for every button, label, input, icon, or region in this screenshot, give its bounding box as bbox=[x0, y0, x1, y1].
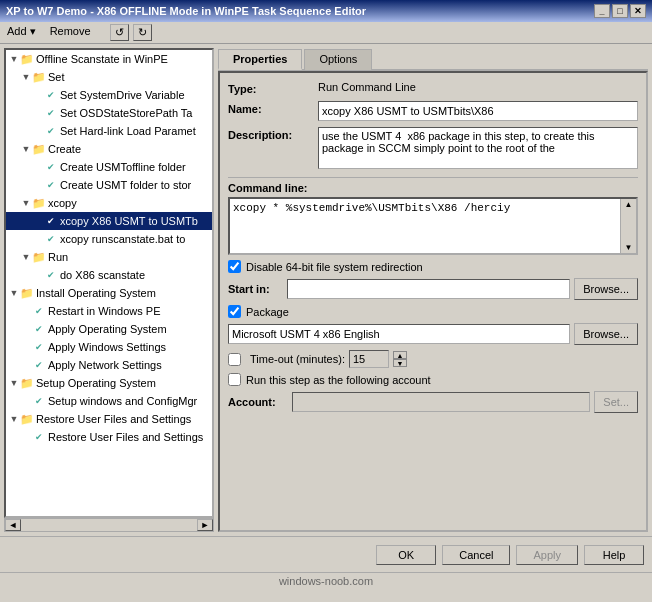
tree-item-xcopy[interactable]: ▼ 📁 xcopy bbox=[6, 194, 212, 212]
tree-item-create-usmt-folder[interactable]: ✔ Create USMT folder to stor bbox=[6, 176, 212, 194]
cancel-button[interactable]: Cancel bbox=[442, 545, 510, 565]
package-checkbox-row: Package bbox=[228, 305, 638, 318]
scroll-down-btn[interactable]: ▼ bbox=[625, 243, 633, 252]
tree-item-set[interactable]: ▼ 📁 Set bbox=[6, 68, 212, 86]
tree-item-xcopy-x86[interactable]: ✔ xcopy X86 USMT to USMTb bbox=[6, 212, 212, 230]
tree-hscroll[interactable]: ◄ ► bbox=[4, 518, 214, 532]
tree-item-restart-winpe[interactable]: ✔ Restart in Windows PE bbox=[6, 302, 212, 320]
tree-item-set-systemdrive[interactable]: ✔ Set SystemDrive Variable bbox=[6, 86, 212, 104]
browse-start-button[interactable]: Browse... bbox=[574, 278, 638, 300]
folder-icon: 📁 bbox=[32, 250, 46, 264]
tree-item-set-hardlink[interactable]: ✔ Set Hard-link Load Paramet bbox=[6, 122, 212, 140]
timeout-checkbox[interactable] bbox=[228, 353, 241, 366]
description-label: Description: bbox=[228, 127, 318, 141]
tab-options[interactable]: Options bbox=[304, 49, 372, 70]
description-input[interactable]: use the USMT 4 x86 package in this step,… bbox=[318, 127, 638, 169]
tree-item-apply-network[interactable]: ✔ Apply Network Settings bbox=[6, 356, 212, 374]
main-layout: ▼ 📁 Offline Scanstate in WinPE ▼ 📁 Set ✔… bbox=[0, 44, 652, 536]
expand-icon: ▼ bbox=[8, 375, 20, 391]
tree-item-create-usmt[interactable]: ✔ Create USMToffline folder bbox=[6, 158, 212, 176]
tree-item-create[interactable]: ▼ 📁 Create bbox=[6, 140, 212, 158]
timeout-spinner: ▲ ▼ bbox=[393, 351, 407, 367]
timeout-down-btn[interactable]: ▼ bbox=[393, 359, 407, 367]
tree-item-do-scanstate[interactable]: ✔ do X86 scanstate bbox=[6, 266, 212, 284]
step-icon: ✔ bbox=[44, 214, 58, 228]
package-label: Package bbox=[246, 306, 289, 318]
menu-bar: Add ▾ Remove ↺ ↻ bbox=[0, 22, 652, 44]
right-panel: Properties Options Type: Run Command Lin… bbox=[218, 48, 648, 532]
start-in-label: Start in: bbox=[228, 283, 283, 295]
scroll-left-btn[interactable]: ◄ bbox=[5, 519, 21, 531]
step-icon: ✔ bbox=[32, 358, 46, 372]
browse-package-button[interactable]: Browse... bbox=[574, 323, 638, 345]
expand-icon: ▼ bbox=[20, 249, 32, 265]
package-input[interactable] bbox=[228, 324, 570, 344]
bottom-bar: OK Cancel Apply Help bbox=[0, 536, 652, 572]
step-icon: ✔ bbox=[44, 106, 58, 120]
minimize-button[interactable]: _ bbox=[594, 4, 610, 18]
type-label: Type: bbox=[228, 81, 318, 95]
start-in-row: Start in: Browse... bbox=[228, 278, 638, 300]
expand-icon: ▼ bbox=[20, 195, 32, 211]
scroll-up-btn[interactable]: ▲ bbox=[625, 200, 633, 209]
step-icon: ✔ bbox=[44, 178, 58, 192]
step-icon: ✔ bbox=[44, 232, 58, 246]
name-input[interactable] bbox=[318, 101, 638, 121]
maximize-button[interactable]: □ bbox=[612, 4, 628, 18]
window-title: XP to W7 Demo - X86 OFFLINE Mode in WinP… bbox=[6, 5, 366, 17]
close-button[interactable]: ✕ bbox=[630, 4, 646, 18]
command-line-section: Command line: bbox=[228, 182, 638, 194]
step-icon: ✔ bbox=[32, 322, 46, 336]
step-icon: ✔ bbox=[32, 430, 46, 444]
tree-item-install-os[interactable]: ▼ 📁 Install Operating System bbox=[6, 284, 212, 302]
timeout-row: Time-out (minutes): ▲ ▼ bbox=[228, 350, 638, 368]
tab-properties[interactable]: Properties bbox=[218, 49, 302, 70]
menu-remove[interactable]: Remove bbox=[47, 24, 94, 41]
tree-item-restore-step[interactable]: ✔ Restore User Files and Settings bbox=[6, 428, 212, 446]
tree-item-run[interactable]: ▼ 📁 Run bbox=[6, 248, 212, 266]
disable-64bit-checkbox[interactable] bbox=[228, 260, 241, 273]
folder-icon: 📁 bbox=[20, 376, 34, 390]
name-label: Name: bbox=[228, 101, 318, 115]
set-account-button[interactable]: Set... bbox=[594, 391, 638, 413]
folder-icon: 📁 bbox=[32, 196, 46, 210]
timeout-input[interactable] bbox=[349, 350, 389, 368]
start-in-input[interactable] bbox=[287, 279, 570, 299]
tree-panel: ▼ 📁 Offline Scanstate in WinPE ▼ 📁 Set ✔… bbox=[4, 48, 214, 518]
tree-item-set-osdstate[interactable]: ✔ Set OSDStateStorePath Ta bbox=[6, 104, 212, 122]
tree-item-setup-os[interactable]: ▼ 📁 Setup Operating System bbox=[6, 374, 212, 392]
ok-button[interactable]: OK bbox=[376, 545, 436, 565]
step-icon: ✔ bbox=[44, 88, 58, 102]
tree-item-apply-windows[interactable]: ✔ Apply Windows Settings bbox=[6, 338, 212, 356]
command-input[interactable]: xcopy * %systemdrive%\USMTbits\X86 /herc… bbox=[230, 199, 620, 253]
tree-item-apply-os[interactable]: ✔ Apply Operating System bbox=[6, 320, 212, 338]
step-icon: ✔ bbox=[44, 160, 58, 174]
type-value: Run Command Line bbox=[318, 81, 638, 93]
tree-item-offline-scanstate[interactable]: ▼ 📁 Offline Scanstate in WinPE bbox=[6, 50, 212, 68]
run-as-checkbox[interactable] bbox=[228, 373, 241, 386]
name-row: Name: bbox=[228, 101, 638, 121]
timeout-up-btn[interactable]: ▲ bbox=[393, 351, 407, 359]
step-icon: ✔ bbox=[44, 124, 58, 138]
website-text: windows-noob.com bbox=[279, 575, 373, 587]
tree-item-restore[interactable]: ▼ 📁 Restore User Files and Settings bbox=[6, 410, 212, 428]
apply-button[interactable]: Apply bbox=[516, 545, 578, 565]
tree-item-setup-windows[interactable]: ✔ Setup windows and ConfigMgr bbox=[6, 392, 212, 410]
scroll-right-btn[interactable]: ► bbox=[197, 519, 213, 531]
folder-icon: 📁 bbox=[32, 142, 46, 156]
menu-add[interactable]: Add ▾ bbox=[4, 24, 39, 41]
folder-icon: 📁 bbox=[20, 412, 34, 426]
disable-64bit-label: Disable 64-bit file system redirection bbox=[246, 261, 423, 273]
title-bar: XP to W7 Demo - X86 OFFLINE Mode in WinP… bbox=[0, 0, 652, 22]
tree-item-xcopy-run[interactable]: ✔ xcopy runscanstate.bat to bbox=[6, 230, 212, 248]
undo-button[interactable]: ↺ bbox=[110, 24, 129, 41]
folder-icon: 📁 bbox=[20, 52, 34, 66]
package-checkbox[interactable] bbox=[228, 305, 241, 318]
step-icon: ✔ bbox=[32, 304, 46, 318]
help-button[interactable]: Help bbox=[584, 545, 644, 565]
run-as-label: Run this step as the following account bbox=[246, 374, 431, 386]
redo-button[interactable]: ↻ bbox=[133, 24, 152, 41]
cmd-scrollbar: ▲ ▼ bbox=[620, 199, 636, 253]
folder-icon: 📁 bbox=[32, 70, 46, 84]
step-icon: ✔ bbox=[32, 340, 46, 354]
